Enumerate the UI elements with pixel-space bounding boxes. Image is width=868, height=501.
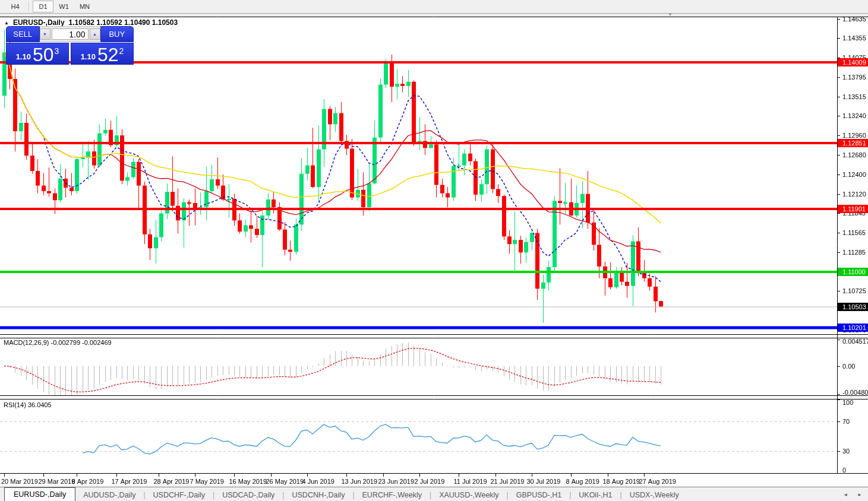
buy-price-box[interactable]: 1.10 52 2 (71, 43, 134, 65)
price-chart-canvas[interactable] (0, 17, 868, 486)
chart-tab-eurusd-daily[interactable]: EURUSD-,Daily (4, 487, 75, 501)
sell-button[interactable]: SELL (6, 26, 40, 42)
tab-scroll-right-icon[interactable]: ► (857, 492, 862, 497)
collapse-panel-icon[interactable]: ▲ (4, 20, 9, 26)
chart-tab-usdcad-daily[interactable]: USDCAD-,Daily (214, 489, 282, 501)
buy-price-prefix: 1.10 (81, 52, 96, 61)
volume-decrease-button[interactable]: ▼ (40, 28, 50, 40)
chart-tab-bar: EURUSD-,DailyAUDUSD-,Daily|USDCHF-,Daily… (0, 487, 868, 501)
rsi-indicator-label: RSI(14) 36.0405 (4, 401, 52, 408)
macd-values: -0.002799 -0.002469 (50, 339, 111, 346)
chart-symbol-period: EURUSD-,Daily (13, 18, 65, 27)
timeframe-button-w1[interactable]: W1 (53, 1, 74, 12)
macd-name: MACD(12,26,9) (4, 339, 49, 346)
volume-increase-button[interactable]: ▲ (90, 28, 100, 40)
timeframe-toolbar: H4D1W1MN (0, 0, 868, 13)
sell-price-box[interactable]: 1.10 50 3 (6, 43, 69, 65)
chart-tab-usdchf-daily[interactable]: USDCHF-,Daily (146, 489, 213, 501)
rsi-value: 36.0405 (28, 401, 52, 408)
tab-scroll-controls: ◄ ► (843, 492, 862, 497)
macd-indicator-label: MACD(12,26,9) -0.002799 -0.002469 (4, 339, 112, 346)
toolbar-separator (29, 2, 30, 11)
sell-price-pipette: 3 (55, 46, 59, 56)
one-click-trading-panel: SELL ▼ ▲ BUY 1.10 50 3 1.10 52 2 (6, 26, 134, 65)
buy-price-big: 52 (97, 46, 119, 64)
chart-title: ▲ EURUSD-,Daily 1.10582 1.10592 1.10490 … (4, 18, 178, 27)
terminal-window: { "toolbar": { "timeframes": [ {"label":… (0, 0, 868, 501)
chart-tab-audusd-daily[interactable]: AUDUSD-,Daily (75, 489, 143, 501)
timeframe-button-d1[interactable]: D1 (33, 1, 53, 12)
volume-group: ▼ ▲ (40, 26, 100, 42)
buy-price-pipette: 2 (119, 46, 124, 56)
timeframe-button-h4[interactable]: H4 (5, 1, 26, 12)
buy-button[interactable]: BUY (100, 26, 134, 42)
volume-input[interactable] (52, 28, 89, 40)
chart-tab-xauusd-weekly[interactable]: XAUUSD-,Weekly (431, 489, 506, 501)
chart-tab-usdcnh-daily[interactable]: USDCNH-,Daily (284, 489, 352, 501)
chart-tab-gbpusd-h1[interactable]: GBPUSD-,H1 (509, 489, 569, 501)
chart-tab-eurchf-weekly[interactable]: EURCHF-,Weekly (355, 489, 430, 501)
chart-tab-usdx-weekly[interactable]: USDX-,Weekly (622, 489, 687, 501)
sell-price-big: 50 (33, 46, 54, 64)
rsi-name: RSI(14) (4, 401, 26, 408)
timeframe-button-mn[interactable]: MN (74, 1, 95, 12)
sell-price-prefix: 1.10 (16, 52, 31, 61)
chart-ohlc-values: 1.10582 1.10592 1.10490 1.10503 (69, 18, 178, 27)
chart-tab-ukoil-h1[interactable]: UKOil-,H1 (571, 489, 620, 501)
tab-scroll-left-icon[interactable]: ◄ (843, 492, 848, 497)
